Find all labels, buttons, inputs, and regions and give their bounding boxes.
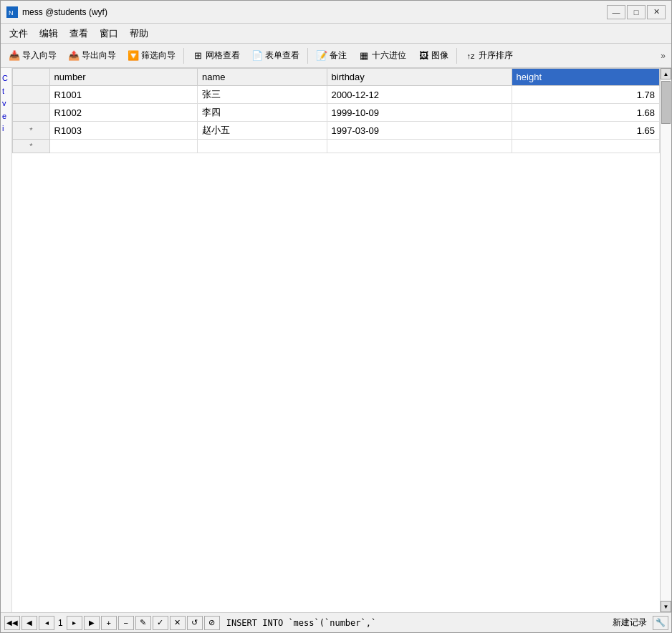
window-title: mess @students (wyf) [22, 7, 607, 17]
row-indicator-header [13, 69, 50, 86]
column-header-name[interactable]: name [197, 69, 327, 86]
sidebar: C t v e i [1, 68, 12, 612]
svg-text:N: N [9, 9, 14, 16]
notes-label: 备注 [330, 49, 347, 62]
cell-number[interactable]: R1002 [49, 104, 197, 122]
cell-empty[interactable] [49, 140, 197, 153]
cell-empty[interactable] [512, 140, 659, 153]
sidebar-item[interactable]: e [2, 110, 10, 123]
vertical-scrollbar[interactable]: ▲ ▼ [660, 68, 671, 612]
sidebar-item[interactable]: i [2, 122, 10, 135]
sql-text: INSERT INTO `mess`(`number`,` [226, 618, 613, 628]
column-header-height[interactable]: height [512, 69, 659, 86]
menu-help[interactable]: 帮助 [124, 25, 154, 42]
separator-2 [307, 48, 308, 64]
table-header-row: number name birthday height [13, 69, 660, 86]
main-window: N mess @students (wyf) — □ ✕ 文件 编辑 查看 窗口… [0, 0, 672, 633]
sidebar-item[interactable]: v [2, 97, 10, 110]
export-wizard-button[interactable]: 📤 导出向导 [63, 47, 121, 64]
scroll-down-button[interactable]: ▼ [661, 601, 671, 612]
nav-next-next-button[interactable]: ▶ [84, 616, 100, 630]
hex-button[interactable]: ▦ 十六进位 [353, 47, 411, 64]
confirm-button[interactable]: ✓ [153, 616, 168, 630]
nav-next-button[interactable]: ▸ [67, 616, 82, 630]
cell-birthday[interactable]: 2000-12-12 [327, 86, 512, 104]
export-icon: 📤 [68, 50, 80, 62]
table-row[interactable]: R1002 李四 1999-10-09 1.68 [13, 104, 660, 122]
row-indicator [13, 104, 50, 122]
notes-button[interactable]: 📝 备注 [311, 47, 352, 64]
form-view-button[interactable]: 📄 表单查看 [246, 47, 304, 64]
refresh-button[interactable]: ↺ [187, 616, 203, 630]
tools-button[interactable]: 🔧 [653, 616, 668, 630]
image-button[interactable]: 🖼 图像 [413, 47, 453, 64]
edit-record-button[interactable]: ✎ [135, 616, 151, 630]
cell-empty[interactable] [197, 140, 327, 153]
cell-number[interactable]: R1003 [49, 122, 197, 140]
notes-icon: 📝 [316, 50, 327, 62]
nav-first-button[interactable]: ◀◀ [4, 616, 20, 630]
import-icon: 📥 [9, 50, 20, 62]
menu-file[interactable]: 文件 [4, 25, 34, 42]
nav-prev-prev-button[interactable]: ◀ [21, 616, 37, 630]
row-indicator: * [13, 122, 50, 140]
table-row-empty: * [13, 140, 660, 153]
app-icon: N [6, 6, 18, 18]
table-area[interactable]: number name birthday height R1001 张三 200… [12, 68, 660, 612]
filter-wizard-button[interactable]: 🔽 筛选向导 [123, 47, 181, 64]
scroll-up-button[interactable]: ▲ [661, 68, 671, 79]
table-row[interactable]: R1001 张三 2000-12-12 1.78 [13, 86, 660, 104]
import-label: 导入向导 [22, 49, 57, 62]
filter-label: 筛选向导 [141, 49, 176, 62]
cell-height[interactable]: 1.65 [512, 122, 659, 140]
separator-1 [183, 48, 184, 64]
menu-view[interactable]: 查看 [64, 25, 94, 42]
nav-prev-button[interactable]: ◂ [39, 616, 54, 630]
cell-name[interactable]: 赵小五 [197, 122, 327, 140]
new-record-label: 新建记录 [613, 617, 647, 629]
close-button[interactable]: ✕ [647, 5, 666, 19]
cell-name[interactable]: 张三 [197, 86, 327, 104]
cell-height[interactable]: 1.78 [512, 86, 659, 104]
cell-name[interactable]: 李四 [197, 104, 327, 122]
sort-asc-icon: ↑z [465, 50, 476, 62]
toolbar-more-button[interactable]: » [658, 49, 668, 62]
sidebar-item[interactable]: C [2, 72, 10, 85]
sort-label: 升序排序 [479, 49, 513, 62]
cell-height[interactable]: 1.68 [512, 104, 659, 122]
menu-edit[interactable]: 编辑 [34, 25, 64, 42]
menu-window[interactable]: 窗口 [94, 25, 124, 42]
cell-number[interactable]: R1001 [49, 86, 197, 104]
hex-icon: ▦ [358, 50, 370, 62]
delete-record-button[interactable]: − [118, 616, 134, 630]
minimize-button[interactable]: — [607, 5, 625, 19]
image-label: 图像 [431, 49, 448, 62]
clear-button[interactable]: ⊘ [204, 616, 220, 630]
scroll-thumb[interactable] [661, 81, 671, 124]
record-number: 1 [58, 618, 63, 628]
title-bar: N mess @students (wyf) — □ ✕ [1, 1, 671, 24]
table-row[interactable]: * R1003 赵小五 1997-03-09 1.65 [13, 122, 660, 140]
sidebar-item[interactable]: t [2, 85, 10, 98]
grid-view-button[interactable]: ⊞ 网格查看 [187, 47, 245, 64]
cell-birthday[interactable]: 1999-10-09 [327, 104, 512, 122]
column-header-birthday[interactable]: birthday [327, 69, 512, 86]
cell-birthday[interactable]: 1997-03-09 [327, 122, 512, 140]
add-record-button[interactable]: + [101, 616, 117, 630]
import-wizard-button[interactable]: 📥 导入向导 [4, 47, 62, 64]
cancel-button[interactable]: ✕ [170, 616, 186, 630]
window-controls: — □ ✕ [607, 5, 666, 19]
hex-label: 十六进位 [372, 49, 406, 62]
image-icon: 🖼 [418, 50, 429, 62]
sort-asc-button[interactable]: ↑z 升序排序 [460, 47, 518, 64]
column-header-number[interactable]: number [49, 69, 197, 86]
sidebar-content: C t v e i [1, 71, 11, 137]
menu-bar: 文件 编辑 查看 窗口 帮助 [1, 24, 671, 44]
restore-button[interactable]: □ [627, 5, 645, 19]
cell-empty[interactable] [327, 140, 512, 153]
data-table: number name birthday height R1001 张三 200… [12, 68, 660, 153]
main-area: C t v e i number name birthday height [1, 68, 671, 612]
scroll-track[interactable] [661, 79, 671, 601]
form-label: 表单查看 [265, 49, 299, 62]
toolbar: 📥 导入向导 📤 导出向导 🔽 筛选向导 ⊞ 网格查看 📄 表单查看 📝 备注 … [1, 44, 671, 68]
